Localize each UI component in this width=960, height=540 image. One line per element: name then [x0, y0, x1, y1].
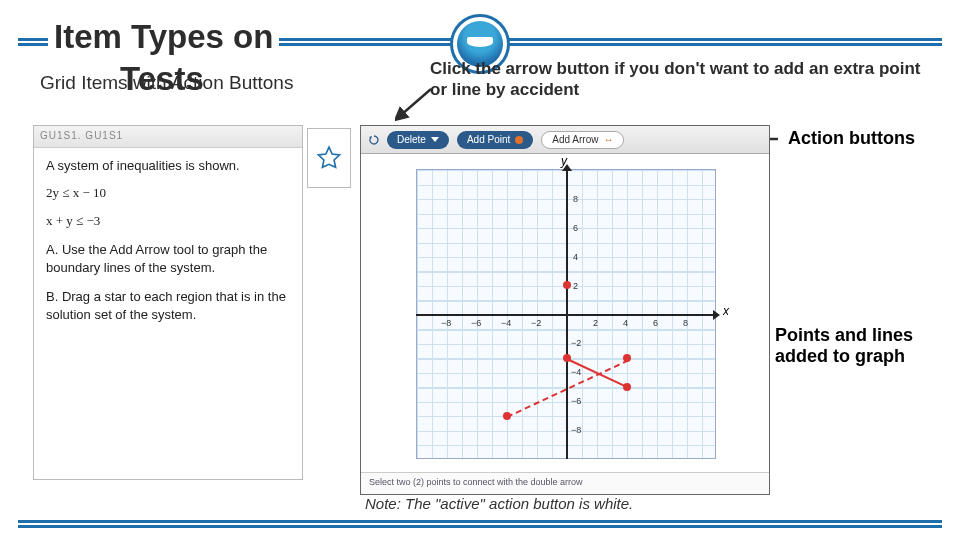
annot-action-buttons: Action buttons [788, 128, 915, 149]
option-a: A. Use the Add Arrow tool to graph the b… [46, 241, 290, 276]
tick-x: −4 [501, 318, 511, 328]
chevron-down-icon [431, 137, 439, 142]
question-panel: GU1S1. GU1S1 A system of inequalities is… [33, 125, 303, 480]
tick-x: 4 [623, 318, 628, 328]
graph-point[interactable] [623, 383, 631, 391]
y-label: y [561, 154, 567, 168]
graph-point[interactable] [503, 412, 511, 420]
question-stem: A system of inequalities is shown. [46, 158, 290, 173]
tip-arrow-icon [395, 85, 435, 121]
tick-y: 2 [573, 281, 578, 291]
option-b: B. Drag a star to each region that is in… [46, 288, 290, 323]
tick-x: 8 [683, 318, 688, 328]
x-label: x [723, 304, 729, 318]
star-palette[interactable] [307, 128, 351, 188]
toolbar: Delete Add Point Add Arrow ↔ [361, 126, 769, 154]
tick-y: −8 [571, 425, 581, 435]
delete-label: Delete [397, 134, 426, 145]
graph-point[interactable] [563, 354, 571, 362]
tick-y: 8 [573, 194, 578, 204]
title-overlap: Tests [120, 60, 204, 98]
add-arrow-label: Add Arrow [552, 134, 598, 145]
tick-y: 6 [573, 223, 578, 233]
add-arrow-button[interactable]: Add Arrow ↔ [541, 131, 624, 149]
tick-y: −6 [571, 396, 581, 406]
add-point-button[interactable]: Add Point [457, 131, 533, 149]
annot-points-lines: Points and lines added to graph [775, 325, 925, 366]
tip-text: Click the arrow button if you don't want… [430, 58, 940, 101]
tick-x: 2 [593, 318, 598, 328]
tick-y: −2 [571, 338, 581, 348]
graph-footer: Select two (2) points to connect with th… [361, 472, 769, 494]
graph-panel: Delete Add Point Add Arrow ↔ x y −8 −6 −… [360, 125, 770, 495]
note-text: Note: The "active" action button is whit… [365, 495, 633, 512]
y-axis [566, 169, 568, 459]
graph-point[interactable] [563, 281, 571, 289]
tick-x: −2 [531, 318, 541, 328]
tick-y: 4 [573, 252, 578, 262]
point-icon [515, 136, 523, 144]
tick-x: 6 [653, 318, 658, 328]
question-header: GU1S1. GU1S1 [34, 126, 302, 148]
equation-2: x + y ≤ −3 [46, 213, 290, 229]
tick-x: −6 [471, 318, 481, 328]
x-axis-arrow-icon [713, 310, 720, 320]
footer-rule [18, 520, 942, 528]
tick-x: −8 [441, 318, 451, 328]
delete-button[interactable]: Delete [387, 131, 449, 149]
equation-1: 2y ≤ x − 10 [46, 185, 290, 201]
page-title: Item Types on [48, 18, 279, 56]
add-point-label: Add Point [467, 134, 510, 145]
svg-line-0 [401, 89, 431, 115]
graph-point[interactable] [623, 354, 631, 362]
undo-icon[interactable] [369, 135, 379, 145]
graph-area[interactable]: x y −8 −6 −4 −2 2 4 6 8 2 4 6 8 −2 −4 −6… [361, 154, 769, 472]
tick-y: −4 [571, 367, 581, 377]
arrow-icon: ↔ [603, 134, 613, 145]
star-icon[interactable] [316, 145, 342, 171]
